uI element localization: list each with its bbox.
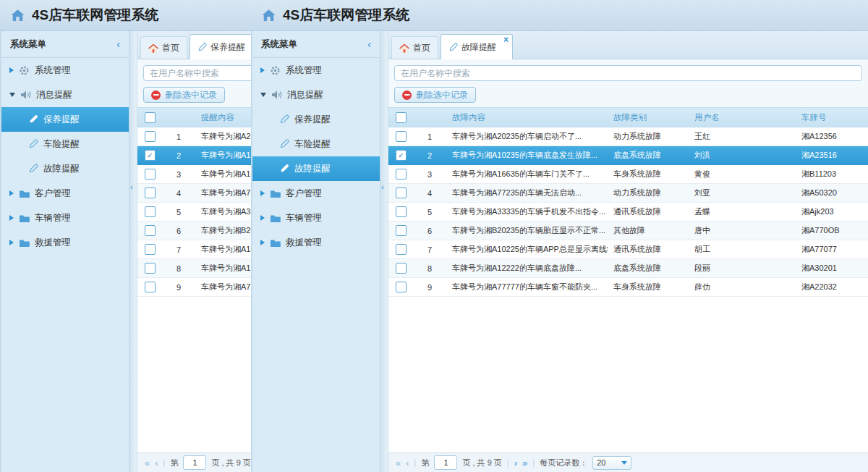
row-checkbox-checked[interactable]: ✓ [396, 150, 407, 161]
row-checkbox[interactable] [396, 225, 407, 236]
menu-item-customer[interactable]: 客户管理 [1, 181, 129, 206]
menu-item-insurance-reminder[interactable]: 车险提醒 [252, 132, 380, 156]
delete-selected-button[interactable]: 删除选中记录 [143, 87, 225, 103]
splitter-collapse-icon[interactable]: ‹ [381, 183, 384, 191]
table-row[interactable]: 3车牌号为湘A16635的车辆车门关不了...车身系统故障黄俊湘B11203 [388, 165, 868, 184]
row-checkbox[interactable] [396, 187, 407, 198]
menu-item-system[interactable]: 系统管理 [1, 58, 129, 83]
sidebar-header: 系统菜单 ‹ [252, 31, 380, 58]
delete-selected-button[interactable]: 删除选中记录 [394, 87, 476, 103]
action-row: 删除选中记录 [388, 84, 868, 107]
table-row[interactable]: 4车牌号为湘A77235的车辆无法启动...动力系统故障刘亚湘A50320 [388, 184, 868, 203]
sidebar-collapse-icon[interactable]: ‹ [367, 39, 371, 49]
menu-item-rescue[interactable]: 救援管理 [1, 230, 129, 255]
last-page-icon[interactable]: » [522, 458, 527, 468]
table-row[interactable]: 3车牌号为湘A16635的 [137, 165, 251, 184]
table-row[interactable]: 8车牌号为湘A12222的车辆底盘故障...底盘系统故障段丽湘A30201 [388, 259, 868, 278]
row-checkbox[interactable] [396, 244, 407, 255]
table-row[interactable]: 7车牌号为湘A10225的 [137, 240, 251, 259]
row-checkbox[interactable] [396, 169, 407, 180]
row-checkbox-checked[interactable]: ✓ [145, 150, 156, 161]
row-checkbox[interactable] [145, 169, 156, 180]
separator: | [532, 458, 535, 467]
search-input[interactable] [143, 65, 251, 81]
desktop: 4S店车联网管理系统 系统菜单 ‹ 系统管理 [0, 0, 868, 472]
per-page-value: 20 [597, 458, 605, 467]
row-checkbox[interactable] [145, 282, 156, 292]
close-icon[interactable]: × [503, 35, 509, 44]
menu-item-rescue[interactable]: 救援管理 [252, 230, 380, 255]
row-checkbox[interactable] [145, 244, 156, 255]
select-all-checkbox[interactable] [145, 112, 156, 123]
row-checkbox[interactable] [145, 187, 156, 198]
row-checkbox[interactable] [396, 131, 407, 142]
column-category: 故障类别 [608, 112, 689, 123]
row-checkbox[interactable] [396, 263, 407, 274]
menu-item-insurance-reminder[interactable]: 车险提醒 [1, 132, 129, 156]
tab-home[interactable]: 首页 [391, 36, 438, 59]
menu-item-maintenance-reminder[interactable]: 保养提醒 [252, 107, 380, 132]
menu-item-vehicle[interactable]: 车辆管理 [1, 206, 129, 230]
menu-item-fault-reminder[interactable]: 故障提醒 [1, 156, 129, 181]
table-row[interactable]: 4车牌号为湘A77235的 [137, 184, 251, 203]
table-row[interactable]: 5车牌号为湘A33335的车辆手机发不出指令...通讯系统故障孟蝶湘Ajk203 [388, 203, 868, 222]
table-row[interactable]: 6车牌号为湘B20235的 [137, 222, 251, 240]
menu-item-system[interactable]: 系统管理 [252, 58, 380, 83]
menu-item-customer[interactable]: 客户管理 [252, 181, 380, 206]
tab-fault-reminder[interactable]: 故障提醒 × [441, 34, 513, 59]
first-page-icon[interactable]: « [145, 458, 150, 468]
row-checkbox[interactable] [145, 225, 156, 236]
caret-right-icon [9, 190, 14, 196]
next-page-icon[interactable]: › [514, 458, 517, 468]
menu-item-vehicle[interactable]: 车辆管理 [252, 206, 380, 230]
table-row[interactable]: 8车牌号为湘A12222的 [137, 259, 251, 278]
per-page-label: 每页记录数： [540, 458, 587, 468]
sidebar: 系统菜单 ‹ 系统管理 消息提醒 [251, 31, 380, 472]
menu-item-maintenance-reminder[interactable]: 保养提醒 [1, 107, 129, 132]
select-all-checkbox[interactable] [396, 112, 407, 123]
prev-page-icon[interactable]: ‹ [406, 458, 409, 468]
speaker-icon [271, 90, 282, 100]
menu-item-message[interactable]: 消息提醒 [252, 83, 380, 107]
tab-home[interactable]: 首页 [140, 36, 187, 59]
page-number-input[interactable] [183, 455, 206, 470]
table-row[interactable]: 1车牌号为湘A20235的车辆启动不了...动力系统故障王红湘A12356 [388, 127, 868, 146]
menu-item-message[interactable]: 消息提醒 [1, 83, 129, 107]
menu: 系统管理 消息提醒 保养提醒 车险提醒 [1, 58, 129, 472]
sidebar-collapse-icon[interactable]: ‹ [116, 39, 120, 49]
menu-item-label: 消息提醒 [287, 89, 323, 101]
prev-page-icon[interactable]: ‹ [155, 458, 158, 468]
menu-item-fault-reminder[interactable]: 故障提醒 [252, 156, 380, 181]
table-row[interactable]: 9车牌号为湘A77777的 [137, 278, 251, 297]
table-row[interactable]: 7车牌号为湘A10225的车辆APP总是显示离线状态...通讯系统故障胡工湘A7… [388, 240, 868, 259]
app-header: 4S店车联网管理系统 [251, 0, 868, 31]
table-row[interactable]: 6车牌号为湘B20235的车辆胎压显示不正常...其他故障唐中湘A770OB [388, 222, 868, 240]
sidebar-splitter[interactable]: ‹ [129, 31, 137, 472]
table-row[interactable]: 9车牌号为湘A77777的车辆车窗不能防夹...车身系统故障薛仂湘A22032 [388, 278, 868, 297]
sidebar: 系统菜单 ‹ 系统管理 消息提醒 [0, 31, 129, 472]
table-row-selected[interactable]: ✓2车牌号为湘A10235的 [137, 146, 251, 165]
table-row[interactable]: 1车牌号为湘A20235的 [137, 127, 251, 146]
row-checkbox[interactable] [145, 131, 156, 142]
row-checkbox[interactable] [396, 206, 407, 217]
column-plate: 车牌号 [794, 112, 868, 123]
folder-icon [270, 214, 281, 223]
table-row-selected[interactable]: ✓2车牌号为湘A10235的车辆底盘发生故障...底盘系统故障刘洪湘A23516 [388, 146, 868, 165]
table-row[interactable]: 5车牌号为湘A33335的 [137, 203, 251, 222]
menu-item-label: 保养提醒 [294, 114, 331, 126]
search-input[interactable] [394, 65, 862, 81]
row-checkbox[interactable] [145, 263, 156, 274]
menu-item-label: 车辆管理 [35, 212, 71, 224]
tab-maintenance-reminder[interactable]: 保养提醒 × [190, 34, 251, 59]
row-checkbox[interactable] [145, 206, 156, 217]
table-body: 1车牌号为湘A20235的 ✓2车牌号为湘A10235的 3车牌号为湘A1663… [137, 127, 251, 297]
window-maintenance-reminder: 4S店车联网管理系统 系统菜单 ‹ 系统管理 [0, 0, 251, 472]
sidebar-splitter[interactable]: ‹ [380, 31, 388, 472]
search-row [137, 59, 251, 84]
first-page-icon[interactable]: « [396, 458, 401, 468]
page-number-input[interactable] [434, 455, 457, 470]
splitter-collapse-icon[interactable]: ‹ [130, 183, 133, 191]
row-checkbox[interactable] [396, 282, 407, 292]
per-page-select[interactable]: 20 [592, 456, 631, 470]
app-left: 4S店车联网管理系统 系统菜单 ‹ 系统管理 [0, 0, 251, 472]
